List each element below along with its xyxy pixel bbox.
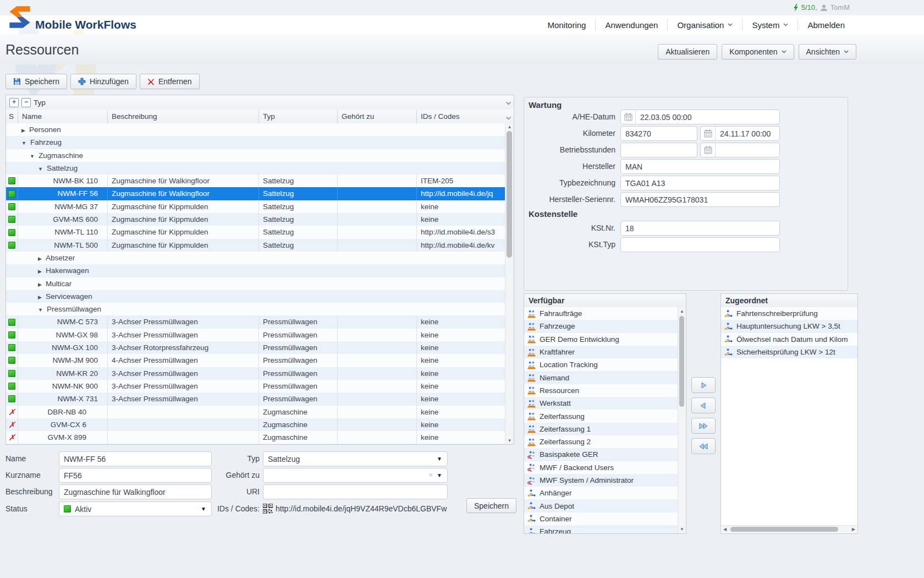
tree-group-row[interactable]: ▶Absetzer [6,252,505,264]
table-row[interactable]: NWM-X 7313-Achser PressmüllwagenPressmül… [6,392,505,405]
kstnr-field[interactable] [620,221,780,236]
expand-arrow-icon[interactable]: ▶ [38,282,42,287]
ansichten-button[interactable]: Ansichten [799,44,856,59]
collapse-all-icon[interactable]: − [21,98,31,107]
list-item[interactable]: Kraftfahrer [524,346,678,358]
tree-group-row[interactable]: ▼Pressmüllwagen [6,303,505,315]
list-item[interactable]: Aus Depot [524,499,678,512]
calendar-icon[interactable] [701,143,716,157]
list-item[interactable]: Zeiterfassung 2 [524,435,678,448]
table-row[interactable]: NWM-FF 56Zugmaschine für WalkingfloorSat… [6,187,505,200]
form-save-button[interactable]: Speichern [466,498,516,513]
table-row[interactable]: NWM-GX 983-Achser PressmüllwagenPressmül… [6,329,505,341]
column-header-typ[interactable]: Typ [259,110,338,123]
kilometer-field[interactable] [620,126,697,141]
tree-group-row[interactable]: ▼Sattelzug [6,162,505,175]
beschreibung-field[interactable] [59,484,212,499]
list-item[interactable]: Anhänger [524,487,678,499]
uri-field[interactable] [263,484,448,499]
assign-all-button[interactable] [691,418,716,434]
nav-item-abmelden[interactable]: Abmelden [798,19,854,31]
scroll-left-icon[interactable]: ◀ [723,527,727,532]
kilometer-date-field[interactable]: 24.11.17 00:00 [700,126,780,141]
grouping-menu-chevron-icon[interactable] [505,99,512,107]
table-row[interactable]: ✗DBR-NB 40Zugmaschinekeine [6,406,505,418]
tree-group-row[interactable]: ▶Multicar [6,277,505,290]
list-item[interactable]: MWF / Backend Users [524,461,678,474]
typ-select[interactable]: Sattelzug ▼ [263,451,448,466]
list-item[interactable]: Sicherheitsprüfung LKW > 12t [721,346,857,358]
tree-group-row[interactable]: ▶Hakenwagen [6,264,505,277]
nav-item-system[interactable]: System [742,19,798,31]
table-row[interactable]: NWM-KR 203-Achser PressmüllwagenPressmül… [6,367,505,380]
column-header-name[interactable]: Name [18,110,108,123]
calendar-icon[interactable] [701,127,716,140]
calendar-icon[interactable] [621,110,636,124]
table-row[interactable]: NWM-TL 500Zugmaschine für KippmuldenSatt… [6,239,505,252]
table-row[interactable]: ✗ [6,444,505,444]
expand-arrow-icon[interactable]: ▶ [21,128,25,133]
scroll-up-icon[interactable]: ▲ [678,309,686,314]
table-row[interactable]: NWM-JM 9004-Achser PressmüllwagenPressmü… [6,354,505,367]
tree-group-row[interactable]: ▼Fahrzeug [6,136,505,149]
typbezeichnung-field[interactable] [620,176,780,190]
ahe-datum-field[interactable]: 22.03.05 00:00 [620,110,780,124]
gehoert-zu-select[interactable]: × ▼ [263,468,448,483]
list-item[interactable]: Zeiterfassung 1 [524,423,678,435]
list-item[interactable]: MWF System / Administrator [524,474,678,487]
list-item[interactable]: Ressourcen [524,384,678,397]
assign-one-button[interactable] [691,377,716,393]
tree-group-row[interactable]: ▼Zugmaschine [6,149,505,162]
expand-arrow-icon[interactable]: ▶ [38,256,42,261]
komponenten-button[interactable]: Komponenten [722,44,794,59]
list-item[interactable]: Fahrtenschreiberprüfung [721,307,857,320]
collapse-arrow-icon[interactable]: ▼ [30,154,35,159]
list-item[interactable]: Basispakete GER [524,448,678,461]
collapse-arrow-icon[interactable]: ▼ [38,166,43,172]
table-row[interactable]: NWM-BK 110Zugmaschine für WalkingfloorSa… [6,175,505,187]
list-item[interactable]: Location Tracking [524,358,678,371]
table-row[interactable]: NWM-GX 1003-Achser RotorpressfahrzeugPre… [6,341,505,354]
column-header-status[interactable]: S [6,110,18,123]
nav-item-monitoring[interactable]: Monitoring [538,19,595,31]
verfuegbar-scrollbar[interactable]: ▲ ▼ [678,307,686,533]
unassign-one-button[interactable] [691,397,716,413]
hersteller-seriennr-field[interactable] [620,192,780,207]
scroll-right-icon[interactable]: ▶ [852,527,855,532]
column-header-ids-codes[interactable]: IDs / Codes [417,110,514,123]
tree-group-row[interactable]: ▶Servicewagen [6,290,505,303]
list-item[interactable]: Container [524,512,678,525]
table-vertical-scrollbar[interactable]: ▲ ▼ [505,123,514,444]
remove-button[interactable]: Entfernen [140,74,200,89]
scrollbar-thumb[interactable] [679,316,684,407]
kurzname-field[interactable] [59,468,212,483]
clear-icon[interactable]: × [428,471,433,479]
list-item[interactable]: Niemand [524,371,678,384]
betriebsstunden-date-field[interactable] [700,143,780,157]
nav-item-anwendungen[interactable]: Anwendungen [595,19,667,31]
list-item[interactable]: GER Demo Entwicklung [524,333,678,346]
save-button[interactable]: Speichern [6,74,67,89]
ksttyp-field[interactable] [620,237,780,252]
scrollbar-thumb[interactable] [507,131,512,258]
table-row[interactable]: NWM-TL 110Zugmaschine für KippmuldenSatt… [6,226,505,238]
table-row[interactable]: ✗GVM-X 899Zugmaschinekeine [6,431,505,444]
list-item[interactable]: Werkstatt [524,397,678,410]
zugeordnet-horizontal-scrollbar[interactable]: ◀ ▶ [722,525,857,533]
list-item[interactable]: Fahraufträge [524,307,678,320]
expand-arrow-icon[interactable]: ▶ [38,295,42,300]
column-header-gehoert-zu[interactable]: Gehört zu [338,110,417,123]
tree-group-row[interactable]: ▶Personen [6,123,505,136]
list-item[interactable]: Fahrzeuge [524,320,678,332]
expand-arrow-icon[interactable]: ▶ [38,269,42,274]
nav-item-organisation[interactable]: Organisation [667,19,742,31]
column-header-beschreibung[interactable]: Beschreibung [108,110,259,123]
aktualisieren-button[interactable]: Aktualisieren [658,44,717,59]
header-menu-chevron-icon[interactable] [505,114,512,122]
add-button[interactable]: Hinzufügen [70,74,136,89]
list-item[interactable]: Ölwechsel nach Datum und Kilom [721,333,857,346]
scrollbar-thumb[interactable] [730,527,838,532]
list-item[interactable]: Zeiterfassung [524,410,678,422]
table-row[interactable]: NWM-C 5733-Achser PressmüllwagenPressmül… [6,315,505,328]
table-row[interactable]: GVM-MS 600Zugmaschine für KippmuldenSatt… [6,213,505,226]
